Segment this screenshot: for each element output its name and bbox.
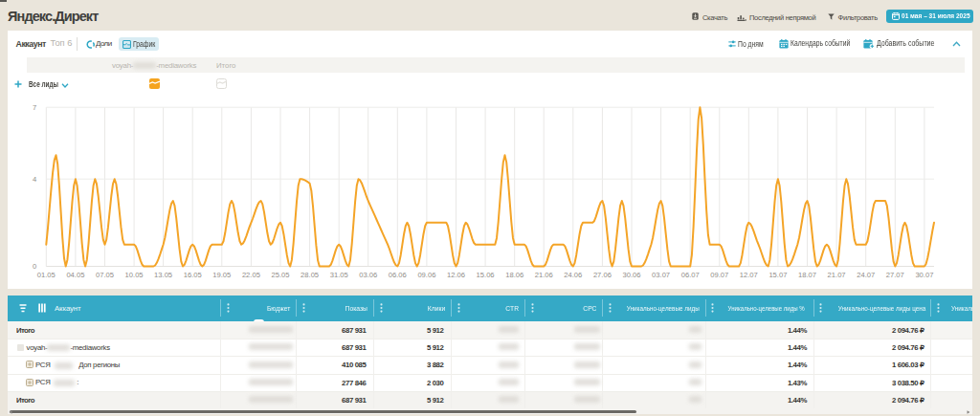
svg-text:22.05: 22.05 — [242, 271, 260, 279]
svg-text:16.05: 16.05 — [184, 271, 202, 279]
svg-text:03.06: 03.06 — [359, 271, 377, 279]
svg-text:12.07: 12.07 — [740, 271, 758, 279]
svg-text:01.05: 01.05 — [37, 271, 56, 279]
svg-text:7: 7 — [33, 103, 36, 112]
svg-text:10.05: 10.05 — [125, 271, 144, 279]
svg-text:09.06: 09.06 — [417, 271, 435, 279]
svg-text:15.07: 15.07 — [768, 271, 787, 279]
svg-text:03.07: 03.07 — [652, 271, 670, 279]
svg-text:09.07: 09.07 — [710, 271, 728, 279]
svg-text:27.06: 27.06 — [593, 271, 612, 279]
svg-text:21.07: 21.07 — [828, 271, 846, 279]
svg-text:28.05: 28.05 — [301, 271, 319, 279]
svg-text:06.06: 06.06 — [389, 271, 407, 279]
svg-text:15.06: 15.06 — [477, 271, 495, 279]
svg-text:31.05: 31.05 — [330, 271, 348, 279]
svg-text:0: 0 — [33, 262, 36, 271]
svg-text:24.06: 24.06 — [564, 271, 582, 279]
svg-text:25.05: 25.05 — [271, 271, 289, 279]
svg-text:19.05: 19.05 — [212, 271, 231, 279]
svg-text:04.05: 04.05 — [66, 271, 84, 279]
svg-text:30.06: 30.06 — [622, 271, 640, 279]
svg-text:12.06: 12.06 — [447, 271, 465, 279]
svg-text:13.05: 13.05 — [154, 271, 172, 279]
svg-text:06.07: 06.07 — [681, 271, 700, 279]
svg-text:27.07: 27.07 — [886, 271, 904, 279]
svg-text:4: 4 — [33, 175, 36, 184]
svg-text:18.07: 18.07 — [798, 271, 816, 279]
svg-text:30.07: 30.07 — [915, 271, 933, 279]
svg-text:18.06: 18.06 — [505, 271, 523, 279]
svg-text:24.07: 24.07 — [857, 271, 875, 279]
svg-text:21.06: 21.06 — [535, 271, 553, 279]
svg-text:07.05: 07.05 — [96, 271, 114, 279]
